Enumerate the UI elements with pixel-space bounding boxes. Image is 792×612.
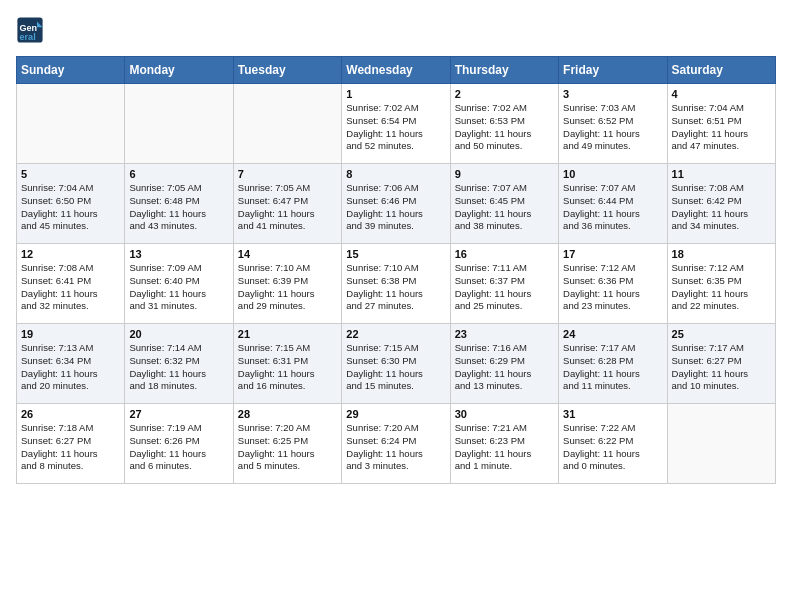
day-number: 16 xyxy=(455,248,554,260)
day-info: Sunrise: 7:06 AMSunset: 6:46 PMDaylight:… xyxy=(346,182,445,233)
day-info: Sunrise: 7:07 AMSunset: 6:45 PMDaylight:… xyxy=(455,182,554,233)
day-number: 9 xyxy=(455,168,554,180)
calendar-body: 1Sunrise: 7:02 AMSunset: 6:54 PMDaylight… xyxy=(17,84,776,484)
calendar-header: SundayMondayTuesdayWednesdayThursdayFrid… xyxy=(17,57,776,84)
day-cell-10: 10Sunrise: 7:07 AMSunset: 6:44 PMDayligh… xyxy=(559,164,667,244)
day-cell-2: 2Sunrise: 7:02 AMSunset: 6:53 PMDaylight… xyxy=(450,84,558,164)
day-number: 25 xyxy=(672,328,771,340)
day-number: 6 xyxy=(129,168,228,180)
day-cell-20: 20Sunrise: 7:14 AMSunset: 6:32 PMDayligh… xyxy=(125,324,233,404)
day-number: 11 xyxy=(672,168,771,180)
day-info: Sunrise: 7:20 AMSunset: 6:25 PMDaylight:… xyxy=(238,422,337,473)
day-number: 30 xyxy=(455,408,554,420)
day-number: 24 xyxy=(563,328,662,340)
day-cell-15: 15Sunrise: 7:10 AMSunset: 6:38 PMDayligh… xyxy=(342,244,450,324)
page-header: Gen eral xyxy=(16,16,776,44)
day-cell-25: 25Sunrise: 7:17 AMSunset: 6:27 PMDayligh… xyxy=(667,324,775,404)
week-row-2: 5Sunrise: 7:04 AMSunset: 6:50 PMDaylight… xyxy=(17,164,776,244)
calendar-table: SundayMondayTuesdayWednesdayThursdayFrid… xyxy=(16,56,776,484)
day-cell-5: 5Sunrise: 7:04 AMSunset: 6:50 PMDaylight… xyxy=(17,164,125,244)
empty-cell xyxy=(667,404,775,484)
week-row-4: 19Sunrise: 7:13 AMSunset: 6:34 PMDayligh… xyxy=(17,324,776,404)
day-cell-8: 8Sunrise: 7:06 AMSunset: 6:46 PMDaylight… xyxy=(342,164,450,244)
day-cell-16: 16Sunrise: 7:11 AMSunset: 6:37 PMDayligh… xyxy=(450,244,558,324)
day-info: Sunrise: 7:05 AMSunset: 6:48 PMDaylight:… xyxy=(129,182,228,233)
day-info: Sunrise: 7:08 AMSunset: 6:42 PMDaylight:… xyxy=(672,182,771,233)
day-number: 15 xyxy=(346,248,445,260)
day-info: Sunrise: 7:22 AMSunset: 6:22 PMDaylight:… xyxy=(563,422,662,473)
day-info: Sunrise: 7:05 AMSunset: 6:47 PMDaylight:… xyxy=(238,182,337,233)
day-cell-9: 9Sunrise: 7:07 AMSunset: 6:45 PMDaylight… xyxy=(450,164,558,244)
day-info: Sunrise: 7:10 AMSunset: 6:39 PMDaylight:… xyxy=(238,262,337,313)
weekday-header-row: SundayMondayTuesdayWednesdayThursdayFrid… xyxy=(17,57,776,84)
day-cell-7: 7Sunrise: 7:05 AMSunset: 6:47 PMDaylight… xyxy=(233,164,341,244)
week-row-5: 26Sunrise: 7:18 AMSunset: 6:27 PMDayligh… xyxy=(17,404,776,484)
day-number: 28 xyxy=(238,408,337,420)
day-number: 20 xyxy=(129,328,228,340)
weekday-friday: Friday xyxy=(559,57,667,84)
weekday-thursday: Thursday xyxy=(450,57,558,84)
day-number: 22 xyxy=(346,328,445,340)
day-number: 23 xyxy=(455,328,554,340)
day-info: Sunrise: 7:10 AMSunset: 6:38 PMDaylight:… xyxy=(346,262,445,313)
day-info: Sunrise: 7:12 AMSunset: 6:36 PMDaylight:… xyxy=(563,262,662,313)
day-cell-28: 28Sunrise: 7:20 AMSunset: 6:25 PMDayligh… xyxy=(233,404,341,484)
day-number: 8 xyxy=(346,168,445,180)
weekday-sunday: Sunday xyxy=(17,57,125,84)
day-info: Sunrise: 7:02 AMSunset: 6:54 PMDaylight:… xyxy=(346,102,445,153)
day-cell-13: 13Sunrise: 7:09 AMSunset: 6:40 PMDayligh… xyxy=(125,244,233,324)
weekday-tuesday: Tuesday xyxy=(233,57,341,84)
day-cell-24: 24Sunrise: 7:17 AMSunset: 6:28 PMDayligh… xyxy=(559,324,667,404)
day-cell-23: 23Sunrise: 7:16 AMSunset: 6:29 PMDayligh… xyxy=(450,324,558,404)
day-info: Sunrise: 7:04 AMSunset: 6:50 PMDaylight:… xyxy=(21,182,120,233)
day-info: Sunrise: 7:18 AMSunset: 6:27 PMDaylight:… xyxy=(21,422,120,473)
day-number: 12 xyxy=(21,248,120,260)
day-number: 21 xyxy=(238,328,337,340)
day-number: 7 xyxy=(238,168,337,180)
day-cell-12: 12Sunrise: 7:08 AMSunset: 6:41 PMDayligh… xyxy=(17,244,125,324)
day-cell-31: 31Sunrise: 7:22 AMSunset: 6:22 PMDayligh… xyxy=(559,404,667,484)
day-number: 2 xyxy=(455,88,554,100)
day-info: Sunrise: 7:14 AMSunset: 6:32 PMDaylight:… xyxy=(129,342,228,393)
day-info: Sunrise: 7:13 AMSunset: 6:34 PMDaylight:… xyxy=(21,342,120,393)
logo-icon: Gen eral xyxy=(16,16,44,44)
day-cell-3: 3Sunrise: 7:03 AMSunset: 6:52 PMDaylight… xyxy=(559,84,667,164)
day-info: Sunrise: 7:20 AMSunset: 6:24 PMDaylight:… xyxy=(346,422,445,473)
logo: Gen eral xyxy=(16,16,46,44)
day-info: Sunrise: 7:04 AMSunset: 6:51 PMDaylight:… xyxy=(672,102,771,153)
day-number: 17 xyxy=(563,248,662,260)
day-info: Sunrise: 7:19 AMSunset: 6:26 PMDaylight:… xyxy=(129,422,228,473)
day-info: Sunrise: 7:03 AMSunset: 6:52 PMDaylight:… xyxy=(563,102,662,153)
weekday-monday: Monday xyxy=(125,57,233,84)
day-info: Sunrise: 7:16 AMSunset: 6:29 PMDaylight:… xyxy=(455,342,554,393)
day-cell-27: 27Sunrise: 7:19 AMSunset: 6:26 PMDayligh… xyxy=(125,404,233,484)
day-number: 26 xyxy=(21,408,120,420)
day-info: Sunrise: 7:17 AMSunset: 6:28 PMDaylight:… xyxy=(563,342,662,393)
day-number: 10 xyxy=(563,168,662,180)
svg-text:eral: eral xyxy=(20,32,36,42)
day-number: 31 xyxy=(563,408,662,420)
day-number: 4 xyxy=(672,88,771,100)
day-number: 5 xyxy=(21,168,120,180)
weekday-wednesday: Wednesday xyxy=(342,57,450,84)
day-info: Sunrise: 7:07 AMSunset: 6:44 PMDaylight:… xyxy=(563,182,662,233)
day-number: 18 xyxy=(672,248,771,260)
day-info: Sunrise: 7:15 AMSunset: 6:30 PMDaylight:… xyxy=(346,342,445,393)
day-number: 3 xyxy=(563,88,662,100)
day-cell-26: 26Sunrise: 7:18 AMSunset: 6:27 PMDayligh… xyxy=(17,404,125,484)
day-cell-22: 22Sunrise: 7:15 AMSunset: 6:30 PMDayligh… xyxy=(342,324,450,404)
day-info: Sunrise: 7:08 AMSunset: 6:41 PMDaylight:… xyxy=(21,262,120,313)
day-cell-4: 4Sunrise: 7:04 AMSunset: 6:51 PMDaylight… xyxy=(667,84,775,164)
day-info: Sunrise: 7:21 AMSunset: 6:23 PMDaylight:… xyxy=(455,422,554,473)
day-cell-30: 30Sunrise: 7:21 AMSunset: 6:23 PMDayligh… xyxy=(450,404,558,484)
empty-cell xyxy=(125,84,233,164)
day-cell-21: 21Sunrise: 7:15 AMSunset: 6:31 PMDayligh… xyxy=(233,324,341,404)
week-row-1: 1Sunrise: 7:02 AMSunset: 6:54 PMDaylight… xyxy=(17,84,776,164)
week-row-3: 12Sunrise: 7:08 AMSunset: 6:41 PMDayligh… xyxy=(17,244,776,324)
day-number: 27 xyxy=(129,408,228,420)
day-cell-19: 19Sunrise: 7:13 AMSunset: 6:34 PMDayligh… xyxy=(17,324,125,404)
day-cell-29: 29Sunrise: 7:20 AMSunset: 6:24 PMDayligh… xyxy=(342,404,450,484)
day-info: Sunrise: 7:02 AMSunset: 6:53 PMDaylight:… xyxy=(455,102,554,153)
weekday-saturday: Saturday xyxy=(667,57,775,84)
day-info: Sunrise: 7:09 AMSunset: 6:40 PMDaylight:… xyxy=(129,262,228,313)
